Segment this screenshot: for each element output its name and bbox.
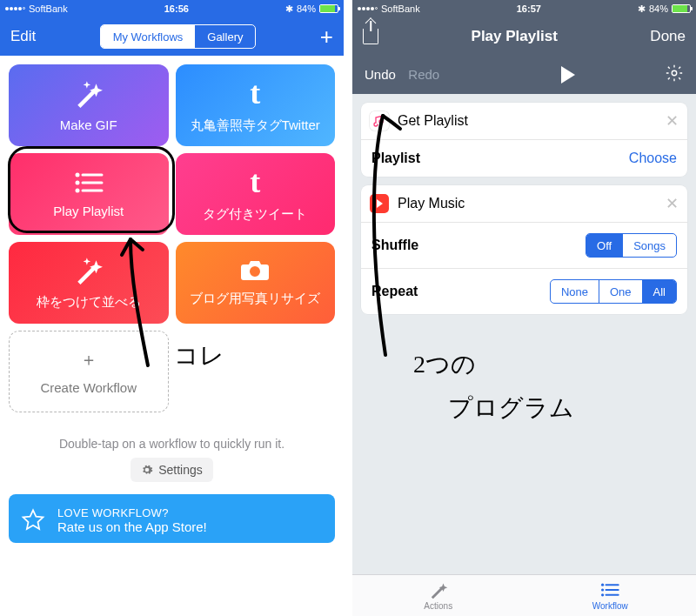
tile-photo-resize[interactable]: ブログ用写真リサイズ	[176, 242, 336, 324]
action-get-playlist[interactable]: Get Playlist ✕ Playlist Choose	[361, 103, 687, 177]
repeat-one[interactable]: One	[599, 280, 642, 303]
carrier-label: SoftBank	[29, 3, 68, 14]
tile-frame[interactable]: 枠をつけて並べる	[9, 242, 169, 324]
segmented-control: My Workflows Gallery	[100, 24, 257, 49]
editor-canvas[interactable]: Get Playlist ✕ Playlist Choose Play Musi…	[352, 94, 696, 574]
share-button[interactable]	[363, 29, 378, 44]
segment-my-workflows[interactable]: My Workflows	[101, 25, 196, 48]
tile-label: Play Playlist	[48, 204, 129, 218]
segment-gallery[interactable]: Gallery	[195, 25, 255, 48]
tile-label: Create Workflow	[35, 380, 142, 395]
wand-icon	[74, 79, 104, 109]
shuffle-songs[interactable]: Songs	[622, 234, 676, 257]
battery-pct: 84%	[649, 3, 668, 14]
shuffle-segment: Off Songs	[586, 233, 677, 258]
action-play-music[interactable]: Play Music ✕ Shuffle Off Songs Repeat No…	[361, 185, 687, 314]
bluetooth-icon: ✱	[638, 3, 646, 15]
battery-icon	[672, 4, 691, 13]
tile-make-gif[interactable]: Make GIF	[9, 64, 169, 146]
list-icon	[600, 580, 619, 599]
tab-label: Actions	[424, 601, 452, 611]
repeat-none[interactable]: None	[551, 280, 599, 303]
play-app-icon	[370, 194, 389, 213]
status-time: 16:56	[164, 3, 189, 14]
delete-action-button[interactable]: ✕	[666, 194, 679, 213]
page-title: Play Playlist	[472, 28, 558, 45]
status-bar: SoftBank 16:56 ✱ 84%	[0, 0, 344, 17]
workflow-settings-button[interactable]	[665, 64, 684, 86]
repeat-segment: None One All	[550, 279, 677, 304]
svg-point-6	[672, 70, 677, 76]
done-button[interactable]: Done	[650, 28, 686, 45]
star-icon	[21, 508, 45, 532]
run-button[interactable]	[561, 66, 575, 84]
tumblr-icon: t	[250, 166, 260, 198]
edit-button[interactable]: Edit	[10, 28, 36, 45]
editor-toolbar: Undo Redo	[352, 56, 696, 94]
svg-point-0	[75, 172, 79, 177]
redo-button: Redo	[408, 67, 439, 82]
music-app-icon	[370, 111, 389, 131]
status-time: 16:57	[517, 3, 541, 14]
promo-card[interactable]: LOVE WORKFLOW? Rate us on the App Store!	[9, 494, 335, 543]
settings-button[interactable]: Settings	[130, 458, 213, 482]
signal-icon	[358, 7, 378, 10]
settings-label: Settings	[158, 463, 203, 477]
tile-label: タグ付きツイート	[197, 206, 312, 223]
delete-action-button[interactable]: ✕	[666, 111, 679, 131]
svg-point-4	[75, 188, 79, 192]
tab-actions[interactable]: Actions	[352, 575, 525, 616]
bluetooth-icon: ✱	[285, 3, 293, 15]
promo-title: LOVE WORKFLOW?	[57, 506, 207, 519]
tile-label: ブログ用写真リサイズ	[184, 291, 325, 307]
repeat-all[interactable]: All	[642, 280, 676, 303]
tab-bar: Actions Workflow	[352, 574, 696, 616]
tile-label: Make GIF	[55, 117, 123, 132]
nav-bar: Edit My Workflows Gallery +	[0, 17, 344, 56]
camera-icon	[240, 259, 270, 282]
tile-tag-tweet[interactable]: t タグ付きツイート	[176, 153, 336, 235]
workflow-grid-scroll[interactable]: Make GIF t 丸亀善照寺タグTwitter Play Playlist …	[0, 56, 344, 616]
status-bar: SoftBank 16:57 ✱ 84%	[352, 0, 696, 17]
tile-play-playlist[interactable]: Play Playlist	[9, 153, 169, 235]
wand-icon	[429, 580, 448, 599]
svg-point-7	[601, 584, 604, 586]
tile-marugame-twitter[interactable]: t 丸亀善照寺タグTwitter	[176, 64, 336, 146]
undo-button[interactable]: Undo	[365, 67, 396, 82]
tumblr-icon: t	[250, 77, 260, 109]
wand-icon	[74, 256, 104, 285]
promo-subtitle: Rate us on the App Store!	[57, 519, 207, 534]
shuffle-off[interactable]: Off	[586, 234, 622, 257]
action-title: Get Playlist	[398, 113, 468, 129]
battery-pct: 84%	[297, 3, 316, 14]
phone-library: SoftBank 16:56 ✱ 84% Edit My Workflows G…	[0, 0, 344, 616]
battery-icon	[319, 4, 338, 13]
tile-label: 枠をつけて並べる	[31, 294, 146, 311]
param-label: Shuffle	[371, 238, 418, 253]
tab-label: Workflow	[592, 601, 628, 611]
gear-icon	[665, 64, 684, 83]
phone-editor: SoftBank 16:57 ✱ 84% Play Playlist Done …	[352, 0, 696, 616]
tile-label: 丸亀善照寺タグTwitter	[185, 117, 325, 134]
gear-icon	[141, 464, 153, 476]
choose-button[interactable]: Choose	[629, 151, 677, 166]
tip-text: Double-tap on a workflow to quickly run …	[0, 421, 344, 458]
action-title: Play Music	[398, 196, 465, 211]
list-icon	[74, 171, 104, 195]
param-label: Repeat	[371, 284, 418, 299]
carrier-label: SoftBank	[381, 3, 420, 14]
plus-icon: ＋	[80, 348, 97, 372]
param-label: Playlist	[371, 151, 420, 166]
svg-point-11	[601, 593, 604, 596]
tile-create-workflow[interactable]: ＋ Create Workflow	[9, 331, 169, 412]
svg-point-9	[601, 588, 604, 591]
svg-point-2	[75, 180, 79, 184]
signal-icon	[5, 7, 25, 10]
nav-bar: Play Playlist Done	[352, 17, 696, 56]
add-button[interactable]: +	[320, 25, 333, 48]
tab-workflow[interactable]: Workflow	[525, 575, 697, 616]
